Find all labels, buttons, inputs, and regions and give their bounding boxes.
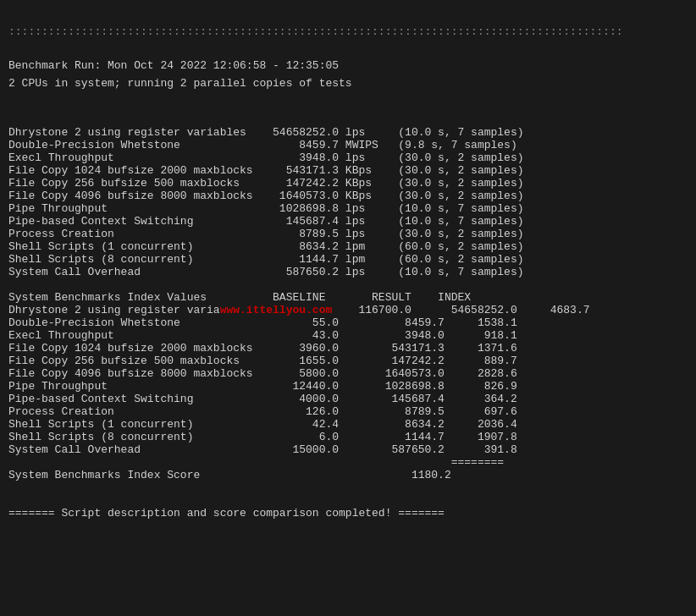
result-row: File Copy 4096 bufsize 8000 maxblocks 16… <box>8 190 688 202</box>
index-row: Shell Scripts (8 concurrent) 6.0 1144.7 … <box>8 431 688 443</box>
benchmark-run: Benchmark Run: Mon Oct 24 2022 12:06:58 … <box>8 59 352 89</box>
index-row: Process Creation 126.0 8789.5 697.6 <box>8 405 688 418</box>
index-row: File Copy 4096 bufsize 8000 maxblocks 58… <box>8 367 688 380</box>
index-row: System Call Overhead 15000.0 587650.2 39… <box>8 443 688 456</box>
results-section: Dhrystone 2 using register variables 546… <box>8 126 688 520</box>
result-row: Dhrystone 2 using register variables 546… <box>8 126 688 139</box>
result-row: Pipe Throughput 1028698.8 lps (10.0 s, 7… <box>8 202 688 215</box>
result-row: Shell Scripts (1 concurrent) 8634.2 lpm … <box>8 240 688 253</box>
separator-top: ::::::::::::::::::::::::::::::::::::::::… <box>8 25 623 38</box>
result-row: Shell Scripts (8 concurrent) 1144.7 lpm … <box>8 253 688 266</box>
index-row: Pipe Throughput 12440.0 1028698.8 826.9 <box>8 380 688 393</box>
equals-separator: ======== <box>8 456 688 469</box>
result-row: Double-Precision Whetstone 8459.7 MWIPS … <box>8 139 688 151</box>
result-row: Execl Throughput 3948.0 lps (30.0 s, 2 s… <box>8 151 688 164</box>
result-row: File Copy 1024 bufsize 2000 maxblocks 54… <box>8 164 688 177</box>
index-row: Double-Precision Whetstone 55.0 8459.7 1… <box>8 316 688 329</box>
index-row: File Copy 1024 bufsize 2000 maxblocks 39… <box>8 342 688 355</box>
result-row: System Call Overhead 587650.2 lps (10.0 … <box>8 266 688 278</box>
index-row: File Copy 256 bufsize 500 maxblocks 1655… <box>8 355 688 367</box>
result-row: Pipe-based Context Switching 145687.4 lp… <box>8 215 688 228</box>
index-row: Execl Throughput 43.0 3948.0 918.1 <box>8 329 688 342</box>
terminal-output: ::::::::::::::::::::::::::::::::::::::::… <box>8 7 688 126</box>
completed-line: ======= Script description and score com… <box>8 507 688 520</box>
index-row: Shell Scripts (1 concurrent) 42.4 8634.2… <box>8 418 688 431</box>
result-row: Process Creation 8789.5 lps (30.0 s, 2 s… <box>8 228 688 240</box>
index-row: Dhrystone 2 using register variawww.itte… <box>8 304 688 316</box>
result-row: File Copy 256 bufsize 500 maxblocks 1472… <box>8 177 688 190</box>
score-line: System Benchmarks Index Score 1180.2 <box>8 469 688 481</box>
index-header: System Benchmarks Index Values BASELINE … <box>8 291 688 304</box>
index-row: Pipe-based Context Switching 4000.0 1456… <box>8 393 688 405</box>
